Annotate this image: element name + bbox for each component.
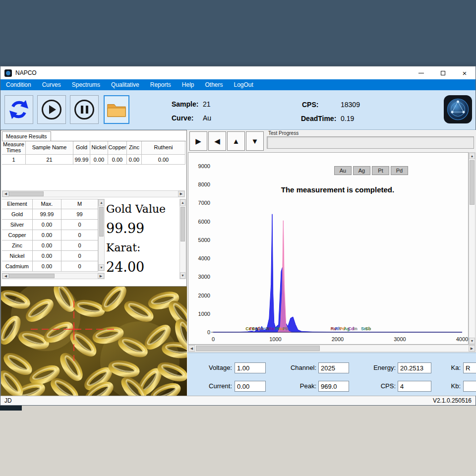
pause-measure-button[interactable]: [70, 95, 99, 124]
param-label-channel: Channel:: [278, 364, 316, 371]
screen: NAPCO × ConditionCurvesSpectrumsQualitat…: [0, 0, 476, 476]
results-column-header: Measure Times: [2, 141, 26, 155]
scroll-thumb[interactable]: [9, 274, 55, 278]
gold-display-vscrollbar[interactable]: ▲ ▼: [179, 199, 186, 279]
x-tick-label: 3000: [394, 336, 406, 342]
param-input-cps[interactable]: [398, 381, 431, 392]
nav-right-button[interactable]: ▶: [189, 131, 207, 151]
menu-item-reports[interactable]: Reports: [145, 79, 177, 90]
measurement-complete-message: The measurement is completed.: [213, 185, 462, 194]
menu-item-others[interactable]: Others: [200, 79, 229, 90]
y-tick-label: 3000: [198, 274, 210, 280]
y-tick-label: 9000: [198, 163, 210, 169]
x-tick-label: 4000: [456, 336, 468, 342]
menu-item-qualitative[interactable]: Qualitative: [106, 79, 145, 90]
scroll-down-icon[interactable]: ▼: [99, 264, 104, 271]
element-table-row[interactable]: Nickel0.000: [2, 251, 98, 261]
close-button[interactable]: ×: [454, 66, 476, 79]
scroll-up-icon[interactable]: ▲: [180, 199, 185, 206]
params-panel: Voltage:Channel:Energy:Ka:Current:Peak:C…: [187, 353, 476, 396]
start-measure-button[interactable]: [37, 95, 66, 124]
nav-up-button[interactable]: ▲: [227, 131, 245, 151]
element-table-row[interactable]: Zinc0.000: [2, 240, 98, 251]
scroll-track[interactable]: [469, 159, 475, 338]
y-tick-label: 2000: [198, 293, 210, 298]
karat-value: 24.00: [106, 257, 178, 277]
title-bar: NAPCO ×: [0, 66, 476, 79]
karat-label: Karat:: [106, 238, 178, 257]
element-table-row[interactable]: Gold99.9999: [2, 209, 98, 220]
down-triangle-icon: ▼: [251, 137, 259, 145]
results-column-header: Zinc: [127, 141, 142, 155]
element-cell: 0: [61, 230, 98, 240]
scroll-left-icon[interactable]: ◀: [2, 273, 9, 279]
scroll-right-icon[interactable]: ▶: [98, 273, 104, 279]
scroll-left-icon[interactable]: ◀: [188, 345, 195, 352]
results-hscrollbar[interactable]: ◀ ▶: [2, 190, 185, 197]
element-marker-Zn: Zn: [260, 326, 266, 331]
scroll-down-icon[interactable]: ▼: [469, 338, 475, 344]
param-input-channel[interactable]: [318, 362, 349, 373]
scroll-thumb[interactable]: [9, 191, 44, 196]
scroll-track[interactable]: [99, 206, 104, 264]
results-table-row[interactable]: 12199.990.000.000.000.00: [2, 155, 186, 165]
play-icon: [42, 100, 61, 119]
maximize-button[interactable]: [432, 66, 454, 79]
param-input-current[interactable]: [235, 381, 266, 392]
open-folder-button[interactable]: [104, 95, 129, 124]
menu-item-logout[interactable]: LogOut: [229, 79, 259, 90]
scroll-track[interactable]: [180, 206, 185, 272]
element-table-row[interactable]: Cadmium0.000: [2, 261, 98, 272]
scroll-thumb[interactable]: [196, 346, 320, 351]
param-input-kb[interactable]: [463, 381, 476, 392]
element-hscrollbar[interactable]: ◀ ▶: [2, 273, 105, 279]
results-cell: 0.00: [90, 155, 108, 165]
scroll-thumb[interactable]: [470, 160, 475, 205]
menu-item-spectrums[interactable]: Spectrums: [66, 79, 106, 90]
param-input-voltage[interactable]: [235, 362, 266, 373]
nav-left-button[interactable]: ◀: [208, 131, 226, 151]
element-button-pt[interactable]: Pt: [372, 166, 389, 175]
deadtime-label: DeadTime:: [301, 115, 336, 122]
scroll-left-icon[interactable]: ◀: [2, 191, 9, 197]
scroll-down-icon[interactable]: ▼: [180, 272, 185, 279]
nav-down-button[interactable]: ▼: [246, 131, 264, 151]
sample-label: Sample:: [172, 100, 198, 108]
tab-measure-results[interactable]: Measure Results: [2, 131, 51, 141]
left-panel: Measure Results Measure TimesSample Name…: [0, 130, 187, 396]
element-cell: 0.00: [33, 230, 61, 240]
element-cell: Cadmium: [2, 261, 33, 272]
results-column-header: Gold: [73, 141, 90, 155]
element-cell: 0.00: [33, 261, 61, 272]
param-input-energy[interactable]: [398, 362, 431, 373]
scroll-up-icon[interactable]: ▲: [469, 153, 475, 159]
minimize-button[interactable]: [410, 66, 432, 79]
element-cell: Gold: [2, 209, 33, 220]
chart-hscrollbar[interactable]: ◀ ▶: [188, 345, 476, 352]
element-table-row[interactable]: Silver0.000: [2, 220, 98, 230]
scroll-thumb[interactable]: [180, 207, 185, 241]
results-cell: 0.00: [108, 155, 127, 165]
menu-item-curves[interactable]: Curves: [37, 79, 66, 90]
chart-vscrollbar[interactable]: ▲ ▼: [469, 152, 476, 345]
scroll-up-icon[interactable]: ▲: [99, 199, 104, 206]
scroll-track[interactable]: [9, 273, 98, 279]
menu-item-condition[interactable]: Condition: [0, 79, 37, 90]
scroll-right-icon[interactable]: ▶: [469, 345, 475, 352]
scroll-right-icon[interactable]: ▶: [178, 191, 184, 197]
element-button-pd[interactable]: Pd: [391, 166, 408, 175]
element-table-row[interactable]: Copper0.000: [2, 230, 98, 240]
refresh-button[interactable]: [4, 95, 33, 124]
x-tick-label: 1000: [269, 336, 281, 342]
menu-item-help[interactable]: Help: [177, 79, 200, 90]
test-progress-group: Test Progress: [267, 130, 475, 151]
element-vscrollbar[interactable]: ▲ ▼: [98, 199, 105, 271]
param-input-ka[interactable]: [463, 362, 476, 373]
param-input-peak[interactable]: [318, 381, 349, 392]
element-button-ag[interactable]: Ag: [353, 166, 370, 175]
results-column-header: Sample Name: [26, 141, 73, 155]
element-button-au[interactable]: Au: [334, 166, 352, 175]
scroll-thumb[interactable]: [99, 207, 104, 237]
scroll-track[interactable]: [9, 191, 178, 197]
scroll-track[interactable]: [195, 345, 469, 352]
